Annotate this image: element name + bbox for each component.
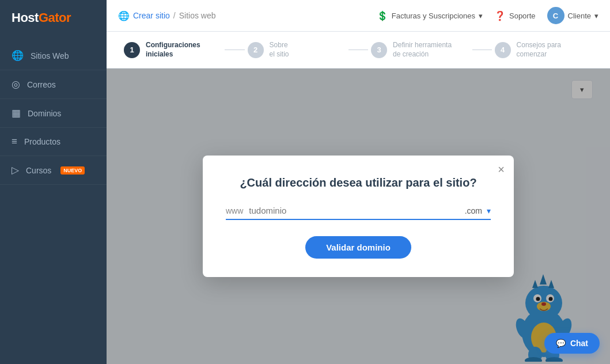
- globe-icon: 🌐: [12, 50, 24, 62]
- courses-icon: ▷: [12, 164, 19, 176]
- billing-chevron-icon: ▾: [479, 12, 483, 20]
- step-divider-1: [225, 50, 244, 50]
- page-body: ▾: [107, 69, 610, 364]
- topnav-right: 💲 Facturas y Suscripciones ▾ ❓ Soporte C…: [377, 7, 598, 24]
- sidebar-item-label: Sitios Web: [31, 51, 69, 60]
- step-label-4: Consejos paracomenzar: [517, 41, 561, 59]
- modal-title: ¿Cuál dirección desea utilizar para el s…: [226, 176, 491, 189]
- step-num-3: 3: [371, 42, 387, 58]
- client-button[interactable]: C Cliente ▾: [547, 7, 598, 24]
- tld-dropdown-arrow[interactable]: ▾: [487, 206, 491, 215]
- domain-input-row: www .com ▾: [226, 206, 491, 220]
- sidebar-item-dominios[interactable]: ▦ Dominios: [0, 99, 107, 128]
- products-icon: ≡: [12, 136, 17, 147]
- breadcrumb-sep: /: [173, 11, 176, 20]
- tld-label: .com: [460, 206, 487, 215]
- sidebar-item-cursos[interactable]: ▷ Cursos NUEVO: [0, 156, 107, 185]
- billing-icon: 💲: [377, 10, 388, 21]
- step-4: 4 Consejos paracomenzar: [495, 41, 593, 59]
- sidebar-item-productos[interactable]: ≡ Productos: [0, 128, 107, 156]
- sidebar-item-label: Correos: [27, 80, 56, 89]
- logo: HostGator: [0, 0, 107, 36]
- step-num-1: 1: [124, 42, 140, 58]
- chat-label: Chat: [570, 339, 588, 348]
- sidebar-item-sitios-web[interactable]: 🌐 Sitios Web: [0, 41, 107, 70]
- sidebar-item-label: Productos: [24, 137, 60, 146]
- step-divider-2: [348, 50, 368, 50]
- step-divider-3: [472, 50, 492, 50]
- sidebar-item-label: Cursos: [26, 166, 51, 175]
- step-label-1: Configuracionesiniciales: [146, 41, 200, 59]
- domains-icon: ▦: [12, 107, 21, 119]
- validate-domain-button[interactable]: Validar dominio: [305, 236, 411, 259]
- step-num-4: 4: [495, 42, 511, 58]
- breadcrumb-parent: Sitios web: [179, 11, 216, 20]
- breadcrumb: 🌐 Crear sitio / Sitios web: [118, 10, 216, 21]
- domain-input[interactable]: [249, 206, 460, 215]
- modal-overlay: × ¿Cuál dirección desea utilizar para el…: [107, 69, 610, 364]
- main-content: 🌐 Crear sitio / Sitios web 💲 Facturas y …: [107, 0, 610, 364]
- step-3: 3 Definir herramientade creación: [371, 41, 469, 59]
- sidebar-item-label: Dominios: [28, 109, 61, 118]
- www-prefix: www: [226, 206, 249, 215]
- billing-button[interactable]: 💲 Facturas y Suscripciones ▾: [377, 10, 483, 21]
- modal-close-button[interactable]: ×: [498, 164, 505, 175]
- step-num-2: 2: [248, 42, 264, 58]
- client-label: Cliente: [568, 12, 591, 20]
- new-badge: NUEVO: [60, 166, 85, 175]
- chat-button[interactable]: 💬 Chat: [544, 333, 600, 354]
- step-label-2: Sobreel sitio: [270, 41, 289, 59]
- step-2: 2 Sobreel sitio: [248, 41, 346, 59]
- support-label: Soporte: [509, 12, 536, 20]
- step-label-3: Definir herramientade creación: [393, 41, 452, 59]
- billing-label: Facturas y Suscripciones: [392, 12, 475, 20]
- mail-icon: ◎: [12, 78, 20, 90]
- globe-nav-icon: 🌐: [118, 10, 130, 21]
- sidebar-nav: 🌐 Sitios Web ◎ Correos ▦ Dominios ≡ Prod…: [0, 41, 107, 185]
- avatar: C: [547, 7, 564, 24]
- step-1: 1 Configuracionesiniciales: [124, 41, 222, 59]
- breadcrumb-current: Crear sitio: [133, 11, 170, 20]
- chat-icon: 💬: [556, 339, 566, 348]
- steps-bar: 1 Configuracionesiniciales 2 Sobreel sit…: [107, 32, 610, 69]
- client-chevron-icon: ▾: [594, 12, 598, 20]
- sidebar-item-correos[interactable]: ◎ Correos: [0, 70, 107, 99]
- support-button[interactable]: ❓ Soporte: [494, 10, 536, 21]
- sidebar: HostGator 🌐 Sitios Web ◎ Correos ▦ Domin…: [0, 0, 107, 364]
- modal: × ¿Cuál dirección desea utilizar para el…: [203, 156, 514, 277]
- support-icon: ❓: [494, 10, 506, 21]
- topnav: 🌐 Crear sitio / Sitios web 💲 Facturas y …: [107, 0, 610, 32]
